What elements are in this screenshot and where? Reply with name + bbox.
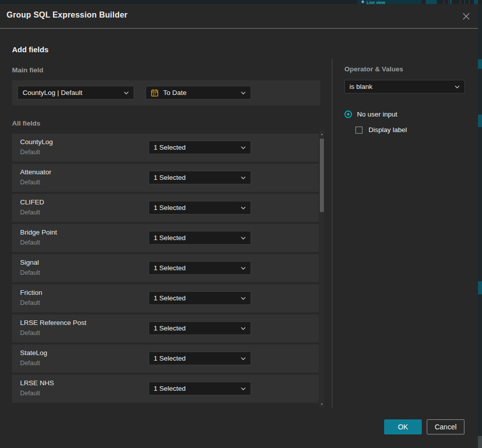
field-subtype: Default bbox=[20, 209, 40, 216]
field-row: CLIFED Default 1 Selected bbox=[12, 194, 319, 222]
live-dot-icon bbox=[362, 1, 364, 3]
chevron-down-icon bbox=[124, 91, 129, 95]
dialog-title: Group SQL Expression Builder bbox=[7, 11, 128, 20]
field-type-select[interactable]: To Date bbox=[146, 86, 251, 99]
field-name: CLIFED bbox=[20, 198, 44, 206]
operator-select-value: is blank bbox=[349, 83, 451, 90]
field-row: LRSE Reference Post Default 1 Selected bbox=[12, 314, 319, 343]
chevron-down-icon bbox=[240, 176, 246, 180]
field-values-select[interactable]: 1 Selected bbox=[149, 321, 251, 335]
chevron-down-icon bbox=[240, 266, 246, 270]
field-name: Bridge Point bbox=[20, 229, 57, 236]
chevron-down-icon bbox=[240, 387, 246, 391]
chevron-down-icon bbox=[240, 206, 246, 210]
cancel-button[interactable]: Cancel bbox=[427, 419, 464, 434]
field-values-select-value: 1 Selected bbox=[154, 385, 237, 392]
radio-checked-icon bbox=[344, 110, 352, 118]
add-fields-heading: Add fields bbox=[12, 45, 49, 54]
ok-button[interactable]: OK bbox=[384, 419, 422, 434]
field-subtype: Default bbox=[20, 239, 40, 246]
all-fields-list: CountyLog Default 1 Selected Attenuator … bbox=[12, 134, 319, 403]
field-values-select-value: 1 Selected bbox=[154, 204, 237, 211]
display-label-checkbox[interactable]: Display label bbox=[355, 126, 407, 134]
field-name: Attenuator bbox=[20, 168, 51, 176]
app-background: Live view Group SQL Expression Builder A… bbox=[0, 0, 482, 448]
field-name: CountyLog bbox=[20, 138, 53, 146]
scroll-down-icon[interactable]: ▼ bbox=[319, 402, 324, 407]
chevron-down-icon bbox=[240, 91, 246, 95]
live-view-indicator[interactable]: Live view bbox=[357, 0, 422, 4]
main-field-label: Main field bbox=[12, 66, 43, 74]
field-row: StateLog Default 1 Selected bbox=[12, 345, 319, 373]
field-subtype: Default bbox=[20, 390, 40, 397]
field-row: LRSE NHS Default 1 Selected bbox=[12, 375, 319, 403]
field-subtype: Default bbox=[20, 329, 40, 337]
field-values-select[interactable]: 1 Selected bbox=[149, 231, 251, 245]
field-values-select[interactable]: 1 Selected bbox=[149, 382, 251, 395]
background-panel-edge bbox=[478, 4, 482, 448]
chevron-down-icon bbox=[454, 85, 460, 89]
field-row: Friction Default 1 Selected bbox=[12, 284, 319, 312]
scroll-up-icon[interactable]: ▲ bbox=[319, 132, 324, 137]
chevron-down-icon bbox=[240, 146, 246, 150]
chevron-down-icon bbox=[240, 326, 246, 330]
no-user-input-label: No user input bbox=[357, 110, 397, 118]
field-values-select[interactable]: 1 Selected bbox=[149, 352, 251, 365]
field-values-select-value: 1 Selected bbox=[154, 144, 237, 151]
field-subtype: Default bbox=[20, 360, 40, 367]
field-values-select-value: 1 Selected bbox=[154, 355, 237, 362]
field-name: Signal bbox=[20, 259, 39, 266]
chevron-down-icon bbox=[240, 236, 246, 240]
field-name: Friction bbox=[20, 289, 42, 296]
checkbox-unchecked-icon bbox=[355, 127, 363, 134]
field-subtype: Default bbox=[20, 299, 40, 306]
close-icon[interactable] bbox=[461, 11, 471, 21]
field-values-select-value: 1 Selected bbox=[154, 234, 237, 242]
operator-values-label: Operator & Values bbox=[344, 65, 403, 73]
field-values-select-value: 1 Selected bbox=[154, 294, 237, 302]
display-label-label: Display label bbox=[369, 126, 407, 134]
field-subtype: Default bbox=[20, 269, 40, 276]
field-values-select[interactable]: 1 Selected bbox=[149, 201, 251, 214]
field-values-select[interactable]: 1 Selected bbox=[149, 141, 251, 154]
scrollbar[interactable]: ▲ ▼ bbox=[319, 131, 324, 408]
field-row: Bridge Point Default 1 Selected bbox=[12, 224, 319, 252]
field-values-select[interactable]: 1 Selected bbox=[149, 291, 251, 305]
group-sql-expression-builder-dialog: Group SQL Expression Builder Add fields … bbox=[0, 4, 478, 448]
field-values-select-value: 1 Selected bbox=[154, 174, 237, 181]
all-fields-label: All fields bbox=[12, 120, 40, 127]
field-values-select[interactable]: 1 Selected bbox=[149, 171, 251, 184]
field-name: LRSE Reference Post bbox=[20, 319, 86, 326]
background-tool-button bbox=[426, 0, 437, 4]
chevron-down-icon bbox=[240, 296, 246, 300]
no-user-input-radio[interactable]: No user input bbox=[344, 110, 397, 118]
field-values-select-value: 1 Selected bbox=[154, 264, 237, 272]
field-subtype: Default bbox=[20, 149, 40, 156]
background-tool-button bbox=[450, 0, 452, 4]
field-row: Attenuator Default 1 Selected bbox=[12, 164, 319, 192]
field-name: LRSE NHS bbox=[20, 379, 54, 387]
background-tool-button bbox=[474, 0, 478, 4]
field-subtype: Default bbox=[20, 179, 40, 186]
field-row: CountyLog Default 1 Selected bbox=[12, 134, 319, 162]
scrollbar-thumb[interactable] bbox=[320, 139, 324, 212]
background-toolbar: Live view bbox=[0, 0, 482, 4]
main-field-select-value: CountyLog | Default bbox=[23, 89, 120, 96]
chevron-down-icon bbox=[240, 357, 246, 361]
operator-select[interactable]: is blank bbox=[344, 80, 465, 93]
calendar-icon bbox=[151, 89, 159, 97]
main-field-select[interactable]: CountyLog | Default bbox=[18, 86, 134, 99]
field-name: StateLog bbox=[20, 349, 47, 357]
field-row: Signal Default 1 Selected bbox=[12, 254, 319, 282]
dialog-header: Group SQL Expression Builder bbox=[0, 4, 478, 29]
field-type-select-value: To Date bbox=[163, 89, 237, 96]
column-divider bbox=[332, 59, 332, 408]
field-values-select[interactable]: 1 Selected bbox=[149, 261, 251, 275]
main-field-panel: CountyLog | Default bbox=[12, 80, 320, 105]
live-view-label: Live view bbox=[367, 0, 385, 4]
field-values-select-value: 1 Selected bbox=[154, 324, 237, 332]
